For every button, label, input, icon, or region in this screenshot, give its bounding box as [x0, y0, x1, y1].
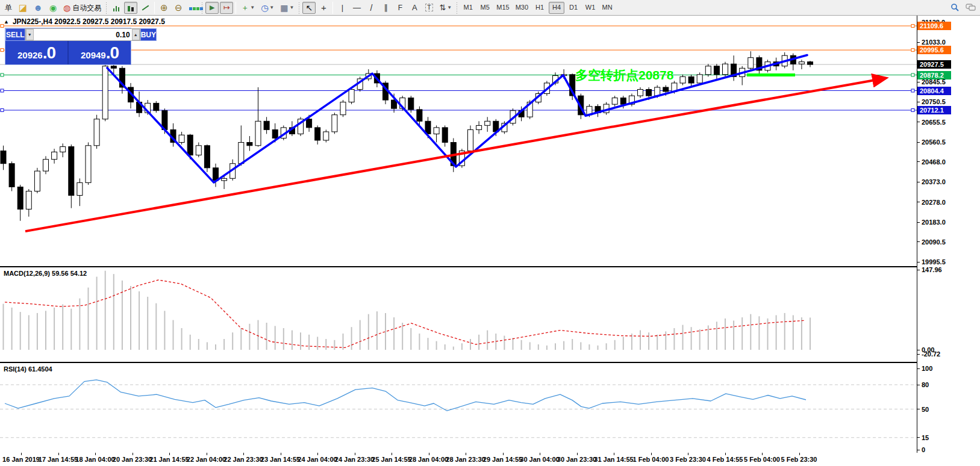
tile-windows-icon — [189, 4, 197, 11]
axis-tick — [917, 350, 920, 350]
bar-chart-button[interactable] — [110, 2, 123, 14]
buy-price-base: 20949 — [81, 50, 106, 60]
time-tick-label: 25 Jan 14:55 — [372, 456, 411, 463]
price-tick-label: 20183.0 — [922, 218, 946, 226]
trendline-button[interactable]: / — [364, 2, 378, 14]
dropdown-caret-icon[interactable]: ▼ — [250, 5, 255, 10]
line-chart-button[interactable] — [139, 2, 152, 14]
chat-button[interactable] — [963, 2, 978, 14]
macd-scale-label: 147.96 — [922, 266, 942, 274]
axis-tick — [917, 161, 920, 162]
dropdown-caret-icon[interactable]: ▼ — [290, 5, 295, 10]
auto-scroll-icon: ▶ — [210, 4, 214, 11]
time-tick-label: 16 Jan 2019 — [2, 456, 40, 463]
time-axis[interactable]: 16 Jan 201917 Jan 14:5518 Jan 04:0020 Ja… — [0, 453, 980, 466]
dropdown-caret-icon[interactable]: ▼ — [269, 5, 274, 10]
volume-up-button[interactable]: ▲ — [132, 29, 140, 40]
time-tick-label: 5 Feb 23:30 — [781, 456, 817, 463]
time-tick-label: 24 Jan 23:30 — [335, 456, 374, 463]
cursor-icon: ↖ — [306, 4, 313, 12]
candle-chart-button[interactable] — [124, 2, 137, 14]
crosshair-button[interactable]: + — [317, 2, 330, 14]
signal-icon-button[interactable]: ◉ — [46, 2, 60, 14]
axis-tick — [917, 385, 920, 385]
buy-button[interactable]: BUY — [140, 28, 157, 41]
horizontal-line-button[interactable]: — — [350, 2, 363, 14]
toolbar-grip — [201, 2, 204, 14]
price-level-badge: 20712.1 — [917, 106, 951, 114]
price-level-badge: 20878.2 — [917, 71, 951, 79]
tf-d1-button[interactable]: D1 — [566, 2, 581, 14]
autotrade-icon: ◍ — [63, 4, 70, 12]
main-chart-canvas[interactable]: 多空转折点20878 — [0, 16, 917, 266]
rsi-pane-canvas[interactable] — [0, 363, 917, 452]
collapse-panel-icon[interactable]: ▲ — [4, 19, 9, 25]
chat-icon — [966, 4, 976, 12]
zoom-in-button[interactable]: ⊕ — [157, 2, 170, 14]
profile-icon-button[interactable]: ☻ — [31, 2, 45, 14]
volume-input[interactable] — [34, 29, 132, 40]
time-tick — [725, 453, 726, 455]
volume-down-button[interactable]: ▼ — [26, 29, 34, 40]
buy-price-display[interactable]: 20949 .0 — [69, 41, 131, 64]
templates-button[interactable]: ▦▼ — [278, 2, 296, 14]
tf-mn-button[interactable]: MN — [599, 2, 615, 14]
tf-m30-button[interactable]: M30 — [513, 2, 531, 14]
candlestick-chart-icon — [127, 4, 134, 11]
chart-title: JPN225-,H4 20922.5 20927.5 20917.5 20927… — [13, 17, 165, 26]
time-tick-label: 22 Jan 23:30 — [223, 456, 263, 463]
arrows-button[interactable]: ⇅▼ — [437, 2, 454, 14]
time-tick — [317, 453, 318, 455]
rsi-scale-label: 50 — [922, 405, 929, 414]
dropdown-caret-icon[interactable]: ▼ — [447, 5, 452, 10]
time-tick — [429, 453, 429, 455]
search-button[interactable] — [948, 2, 962, 14]
price-level-badge: 21109.6 — [917, 22, 951, 30]
autotrade-button[interactable]: ◍自动交易 — [61, 2, 104, 14]
text-button[interactable]: A — [408, 2, 421, 14]
sell-price-base: 20926 — [17, 50, 43, 60]
cursor-button[interactable]: ↖ — [302, 2, 316, 14]
sell-button[interactable]: SELL — [5, 28, 25, 41]
axis-tick — [917, 122, 920, 122]
text-label-button[interactable]: T — [422, 2, 435, 14]
time-tick — [281, 453, 281, 455]
tf-h1-button[interactable]: H1 — [532, 2, 548, 14]
tf-m5-button[interactable]: M5 — [477, 2, 493, 14]
axis-tick — [917, 182, 920, 182]
time-tick-label: 29 Jan 14:55 — [483, 456, 522, 463]
chart-shift-button[interactable]: ↦ — [220, 2, 233, 14]
vertical-line-icon: | — [342, 4, 343, 11]
time-tick — [540, 453, 540, 455]
axis-tick — [917, 142, 920, 143]
macd-pane-canvas[interactable] — [0, 267, 917, 362]
tf-h4-button[interactable]: H4 — [549, 2, 564, 14]
zoom-out-button[interactable]: ⊖ — [172, 2, 185, 14]
sell-price-display[interactable]: 20926 .0 — [5, 41, 67, 64]
axis-tick — [917, 270, 920, 270]
tile-windows-button[interactable] — [186, 2, 199, 14]
tf-m15-button[interactable]: M15 — [494, 2, 511, 14]
vertical-line-button[interactable]: | — [336, 2, 349, 14]
time-tick — [392, 453, 392, 455]
time-tick — [21, 453, 22, 455]
price-level-badge: 20927.5 — [917, 60, 951, 69]
new-order-icon-icon: ◪ — [19, 3, 27, 12]
channel-icon: ∥ — [384, 4, 388, 11]
periods-button[interactable]: ◷▼ — [258, 2, 276, 14]
bar-chart-icon — [113, 4, 120, 11]
tf-m1-button[interactable]: M1 — [460, 2, 476, 14]
fibonacci-button[interactable]: F — [393, 2, 407, 14]
profile-icon-icon: ☻ — [33, 3, 43, 12]
auto-scroll-button[interactable]: ▶ — [205, 2, 219, 14]
new-order-icon-button[interactable]: ◪ — [16, 2, 30, 14]
tf-w1-button[interactable]: W1 — [582, 2, 598, 14]
channel-button[interactable]: ∥ — [379, 2, 392, 14]
time-tick-label: 31 Jan 14:55 — [594, 456, 633, 463]
new-order-button[interactable]: 单 — [2, 2, 15, 14]
indicators-button[interactable]: ＋▼ — [239, 2, 257, 14]
sell-price-frac: .0 — [43, 43, 55, 63]
toolbar-grip — [456, 2, 458, 14]
time-tick — [466, 453, 466, 455]
price-axis[interactable]: 21128.021033.020845.520750.520655.520560… — [917, 16, 980, 453]
